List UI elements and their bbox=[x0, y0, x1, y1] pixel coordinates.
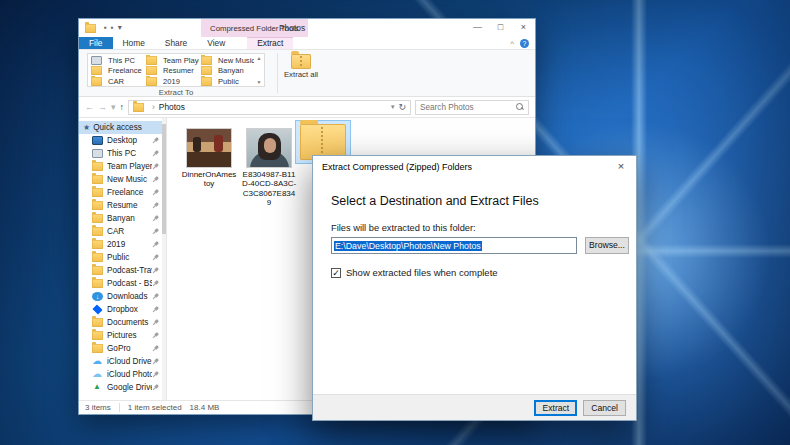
destination-field-label: Files will be extracted to this folder: bbox=[331, 223, 476, 233]
extract-to-scroll-up-icon[interactable]: ▲ bbox=[257, 55, 262, 61]
search-input[interactable] bbox=[420, 103, 516, 112]
address-dropdown-icon[interactable]: ▾ bbox=[391, 103, 395, 111]
breadcrumb-path[interactable]: Photos bbox=[159, 102, 185, 112]
extract-to-destination[interactable]: 2019 bbox=[146, 76, 199, 87]
sidebar-item-dropbox[interactable]: Dropbox bbox=[79, 303, 166, 316]
dialog-close-icon[interactable]: × bbox=[606, 156, 636, 178]
sidebar-item-team-player[interactable]: Team Player bbox=[79, 160, 166, 173]
tab-view[interactable]: View bbox=[197, 37, 235, 49]
sidebar-item-label: Downloads bbox=[107, 292, 152, 301]
this-pc-icon bbox=[91, 56, 102, 65]
sidebar-item-freelance[interactable]: Freelance bbox=[79, 186, 166, 199]
sidebar-item-label: Desktop bbox=[107, 136, 152, 145]
browse-button[interactable]: Browse... bbox=[585, 237, 629, 254]
sidebar-item-pictures[interactable]: Pictures bbox=[79, 329, 166, 342]
cancel-button[interactable]: Cancel bbox=[583, 400, 626, 416]
destination-label: This PC bbox=[108, 56, 135, 65]
extract-button[interactable]: Extract bbox=[534, 400, 577, 416]
collapse-ribbon-icon[interactable]: ^ bbox=[510, 39, 514, 48]
extract-to-destination[interactable]: Resumer bbox=[146, 66, 199, 77]
sidebar-item-gopro[interactable]: GoPro bbox=[79, 342, 166, 355]
qat-customize-chevron-icon[interactable]: ▾ bbox=[118, 19, 122, 37]
pin-icon bbox=[151, 227, 161, 237]
pin-icon bbox=[151, 253, 161, 263]
file-tile[interactable]: DinnerOnAmestoy bbox=[181, 128, 237, 189]
dialog-heading: Select a Destination and Extract Files bbox=[331, 194, 539, 208]
app-folder-icon bbox=[85, 24, 96, 33]
sidebar-item-podcast-bsg[interactable]: Podcast - BSG bbox=[79, 277, 166, 290]
extract-to-destination[interactable]: Freelance bbox=[91, 66, 144, 77]
sidebar-item-banyan[interactable]: Banyan bbox=[79, 212, 166, 225]
sidebar-item-resume[interactable]: Resume bbox=[79, 199, 166, 212]
folder-icon bbox=[92, 279, 103, 288]
qat-properties-icon[interactable]: ▪ bbox=[104, 19, 107, 37]
pin-icon bbox=[151, 162, 161, 172]
destination-path-value[interactable]: E:\Dave\Desktop\Photos\New Photos bbox=[334, 241, 482, 251]
sidebar-item-label: GoPro bbox=[107, 344, 152, 353]
extract-all-label: Extract all bbox=[284, 71, 318, 79]
maximize-button[interactable]: □ bbox=[489, 19, 512, 37]
extract-to-destination[interactable]: CAR bbox=[91, 76, 144, 87]
extract-to-destination[interactable]: Public bbox=[201, 76, 254, 87]
pin-icon bbox=[151, 136, 161, 146]
pin-icon bbox=[151, 240, 161, 250]
explorer-titlebar[interactable]: ▪ ▪ ▾ Compressed Folder Tools Photos — □… bbox=[79, 19, 535, 37]
dialog-titlebar[interactable]: Extract Compressed (Zipped) Folders × bbox=[313, 156, 636, 178]
tab-home[interactable]: Home bbox=[113, 37, 155, 49]
help-icon[interactable]: ? bbox=[520, 39, 529, 48]
sidebar-item-label: This PC bbox=[107, 149, 152, 158]
photo-thumbnail[interactable] bbox=[246, 128, 292, 168]
sidebar-item-car[interactable]: CAR bbox=[79, 225, 166, 238]
sidebar-item-label: Documents bbox=[107, 318, 152, 327]
extract-to-destination[interactable]: This PC bbox=[91, 55, 144, 66]
pin-icon bbox=[151, 383, 161, 393]
sidebar-item-new-music[interactable]: New Music bbox=[79, 173, 166, 186]
refresh-icon[interactable]: ↻ bbox=[398, 102, 406, 112]
sidebar-item-downloads[interactable]: ↓Downloads bbox=[79, 290, 166, 303]
downloads-icon: ↓ bbox=[92, 292, 103, 301]
sidebar-item-icloud-drive[interactable]: iCloud Drive bbox=[79, 355, 166, 368]
sidebar-item-desktop[interactable]: Desktop bbox=[79, 134, 166, 147]
sidebar-item-icloud-photos[interactable]: iCloud Photos bbox=[79, 368, 166, 381]
breadcrumb[interactable]: › Photos ▾ ↻ bbox=[128, 100, 411, 115]
extract-to-destination[interactable]: New Music bbox=[201, 55, 254, 66]
extract-all-button[interactable]: Extract all bbox=[283, 53, 319, 95]
sidebar-item-documents[interactable]: Documents bbox=[79, 316, 166, 329]
recent-locations-chevron-icon[interactable]: ▾ bbox=[111, 102, 116, 112]
sidebar-item-2019[interactable]: 2019 bbox=[79, 238, 166, 251]
icloud-photos-icon bbox=[92, 370, 103, 379]
this-pc-icon bbox=[92, 149, 103, 158]
tab-share[interactable]: Share bbox=[155, 37, 197, 49]
destination-label: Public bbox=[218, 77, 239, 86]
sidebar-item-quick-access[interactable]: ★ Quick access bbox=[79, 121, 166, 134]
search-icon[interactable] bbox=[516, 103, 524, 111]
up-icon[interactable]: ↑ bbox=[120, 102, 125, 112]
search-box[interactable] bbox=[415, 100, 529, 115]
folder-icon bbox=[92, 214, 103, 223]
minimize-button[interactable]: — bbox=[466, 19, 489, 37]
tab-extract[interactable]: Extract bbox=[247, 37, 293, 49]
back-icon[interactable]: ← bbox=[85, 102, 94, 112]
extract-to-destination[interactable]: Banyan bbox=[201, 66, 254, 77]
sidebar-scrollbar[interactable] bbox=[162, 118, 166, 400]
sidebar-item-podcast-trave[interactable]: Podcast-Trave bbox=[79, 264, 166, 277]
show-extracted-checkbox[interactable]: ✓ bbox=[331, 268, 341, 278]
extract-to-scroll-down-icon[interactable]: ▼ bbox=[257, 79, 262, 85]
forward-icon[interactable]: → bbox=[98, 102, 107, 112]
tab-file[interactable]: File bbox=[79, 37, 113, 49]
qat-new-folder-icon[interactable]: ▪ bbox=[111, 19, 114, 37]
close-button[interactable]: × bbox=[512, 19, 535, 37]
folder-icon bbox=[91, 77, 102, 86]
sidebar-item-label: Dropbox bbox=[107, 305, 152, 314]
extract-to-list: This PC Team Player New Music Freelance … bbox=[87, 53, 265, 87]
photo-thumbnail[interactable] bbox=[186, 128, 232, 168]
destination-path-input[interactable]: E:\Dave\Desktop\Photos\New Photos bbox=[331, 237, 577, 254]
sidebar-item-label: Podcast - BSG bbox=[107, 279, 152, 288]
destination-label: Freelance bbox=[108, 66, 142, 75]
sidebar-item-public[interactable]: Public bbox=[79, 251, 166, 264]
sidebar-item-google-drive[interactable]: Google Drive bbox=[79, 381, 166, 394]
extract-to-group-label: Extract To bbox=[87, 88, 265, 97]
file-tile[interactable]: E8304987-B11D-40CD-8A3C-C3C8067E8349 bbox=[241, 128, 297, 208]
sidebar-item-this-pc[interactable]: This PC bbox=[79, 147, 166, 160]
extract-to-destination[interactable]: Team Player bbox=[146, 55, 199, 66]
